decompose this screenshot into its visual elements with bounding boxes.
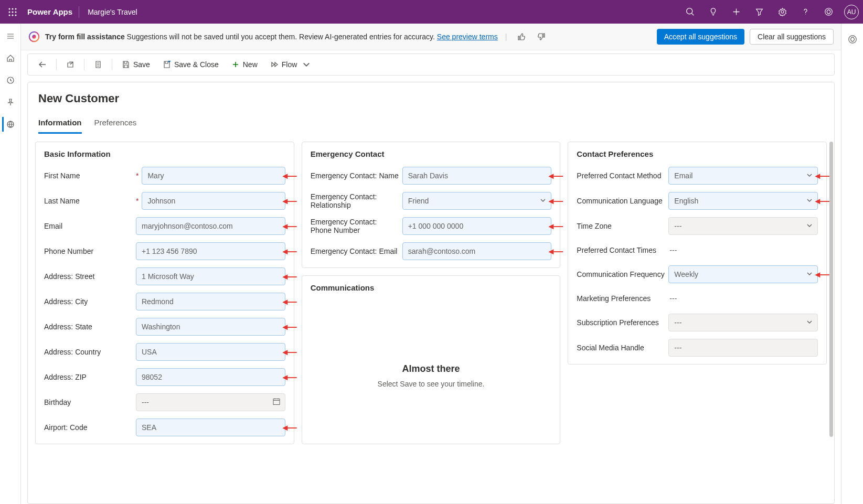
section-emergency-contact: Emergency Contact Emergency Contact: Nam… xyxy=(302,142,561,268)
svg-point-5 xyxy=(15,11,17,13)
suggestion-arrow-icon: ◂— xyxy=(815,170,829,181)
suggestion-arrow-icon: ◂— xyxy=(283,170,297,181)
frequency-select[interactable] xyxy=(668,265,818,283)
filter-icon[interactable] xyxy=(749,2,770,23)
phone-input[interactable] xyxy=(136,242,285,260)
preview-terms-link[interactable]: See preview terms xyxy=(437,33,498,41)
svg-point-9 xyxy=(825,8,832,16)
lightbulb-icon[interactable] xyxy=(702,2,723,23)
save-button[interactable]: Save xyxy=(116,57,155,72)
suggestion-arrow-icon: ◂— xyxy=(549,170,563,181)
timeline-empty-title: Almost there xyxy=(321,363,541,374)
required-indicator: * xyxy=(136,197,142,205)
suggestion-arrow-icon: ◂— xyxy=(549,195,563,207)
language-select[interactable] xyxy=(668,192,818,210)
ai-suggestion-banner: Try form fill assistance Suggestions wil… xyxy=(21,24,841,50)
pinned-icon[interactable] xyxy=(3,95,18,110)
suggestion-arrow-icon: ◂— xyxy=(283,371,297,383)
add-icon[interactable] xyxy=(726,2,747,23)
last-name-input[interactable] xyxy=(142,192,285,210)
suggestion-arrow-icon: ◂— xyxy=(283,195,297,207)
clear-all-button[interactable]: Clear all suggestions xyxy=(750,29,834,45)
contact-times-text[interactable]: --- xyxy=(668,242,818,258)
ec-name-input[interactable] xyxy=(402,167,552,185)
suggestion-arrow-icon: ◂— xyxy=(815,195,829,207)
app-title: Power Apps xyxy=(21,6,79,18)
section-contact-preferences: Contact Preferences Preferred Contact Me… xyxy=(568,142,827,364)
entity-icon[interactable] xyxy=(2,117,17,132)
section-communications: Communications Almost there Select Save … xyxy=(302,275,561,444)
suggestion-arrow-icon: ◂— xyxy=(283,296,297,307)
suggestion-arrow-icon: ◂— xyxy=(815,269,829,280)
timezone-select[interactable] xyxy=(668,217,818,235)
copilot-sparkle-icon xyxy=(28,31,40,42)
suggestion-arrow-icon: ◂— xyxy=(283,220,297,232)
svg-point-3 xyxy=(9,11,10,13)
subscription-select[interactable] xyxy=(668,314,818,331)
city-input[interactable] xyxy=(136,293,285,310)
back-button[interactable] xyxy=(33,57,52,72)
thumbs-down-icon[interactable] xyxy=(534,29,549,44)
banner-text: Try form fill assistance Suggestions wil… xyxy=(45,33,498,41)
user-avatar[interactable]: AU xyxy=(844,5,859,19)
command-bar: Save Save & Close New Flow xyxy=(27,53,835,76)
thumbs-up-icon[interactable] xyxy=(514,29,529,44)
save-close-button[interactable]: Save & Close xyxy=(157,57,224,72)
section-basic-information: Basic Information First Name * ◂— Last N… xyxy=(35,142,294,444)
form-tabs: Information Preferences xyxy=(28,118,834,134)
svg-point-2 xyxy=(15,8,17,9)
ec-email-input[interactable] xyxy=(402,242,552,260)
left-nav-rail xyxy=(0,24,21,504)
settings-icon[interactable] xyxy=(772,2,793,23)
required-indicator: * xyxy=(136,171,142,180)
svg-point-15 xyxy=(848,36,856,43)
state-input[interactable] xyxy=(136,318,285,336)
tab-information[interactable]: Information xyxy=(38,118,82,134)
birthday-input[interactable] xyxy=(136,393,285,411)
checklist-button[interactable] xyxy=(89,57,108,72)
recent-icon[interactable] xyxy=(3,73,18,88)
record-title: New Customer xyxy=(38,92,824,105)
ec-phone-input[interactable] xyxy=(402,217,552,235)
timeline-empty-subtitle: Select Save to see your timeline. xyxy=(321,380,541,388)
first-name-input[interactable] xyxy=(142,167,285,185)
app-launcher[interactable] xyxy=(4,4,21,20)
nav-collapse-icon[interactable] xyxy=(3,29,18,44)
svg-point-4 xyxy=(12,11,14,13)
suggestion-arrow-icon: ◂— xyxy=(283,245,297,257)
contact-method-select[interactable] xyxy=(668,167,818,185)
accept-all-button[interactable]: Accept all suggestions xyxy=(657,29,744,45)
new-button[interactable]: New xyxy=(226,57,263,72)
zip-input[interactable] xyxy=(136,368,285,386)
open-new-window-button[interactable] xyxy=(61,57,80,72)
scrollbar[interactable] xyxy=(829,142,833,437)
home-icon[interactable] xyxy=(3,51,18,66)
svg-point-7 xyxy=(12,14,14,16)
suggestion-arrow-icon: ◂— xyxy=(549,220,563,232)
svg-point-13 xyxy=(32,35,36,38)
search-icon[interactable] xyxy=(679,2,700,23)
suggestion-arrow-icon: ◂— xyxy=(283,271,297,282)
svg-point-6 xyxy=(9,14,10,16)
flow-button[interactable]: Flow xyxy=(265,57,316,72)
suggestion-arrow-icon: ◂— xyxy=(283,422,297,433)
suggestion-arrow-icon: ◂— xyxy=(283,346,297,358)
top-bar: Power Apps Margie's Travel AU xyxy=(0,0,863,24)
social-input[interactable] xyxy=(668,339,818,357)
marketing-text[interactable]: --- xyxy=(668,291,818,306)
svg-point-1 xyxy=(12,8,14,9)
airport-input[interactable] xyxy=(136,419,285,436)
suggestion-arrow-icon: ◂— xyxy=(283,321,297,333)
copilot-sidebar xyxy=(841,24,863,504)
svg-point-8 xyxy=(15,14,17,16)
environment-name[interactable]: Margie's Travel xyxy=(79,8,137,16)
tab-preferences[interactable]: Preferences xyxy=(94,118,137,134)
email-input[interactable] xyxy=(136,217,285,235)
svg-point-0 xyxy=(9,8,10,9)
ec-relationship-select[interactable] xyxy=(402,192,552,210)
copilot-toggle-icon[interactable] xyxy=(845,32,860,47)
street-input[interactable] xyxy=(136,267,285,285)
help-icon[interactable] xyxy=(795,2,816,23)
copilot-icon[interactable] xyxy=(818,2,839,23)
country-input[interactable] xyxy=(136,343,285,361)
